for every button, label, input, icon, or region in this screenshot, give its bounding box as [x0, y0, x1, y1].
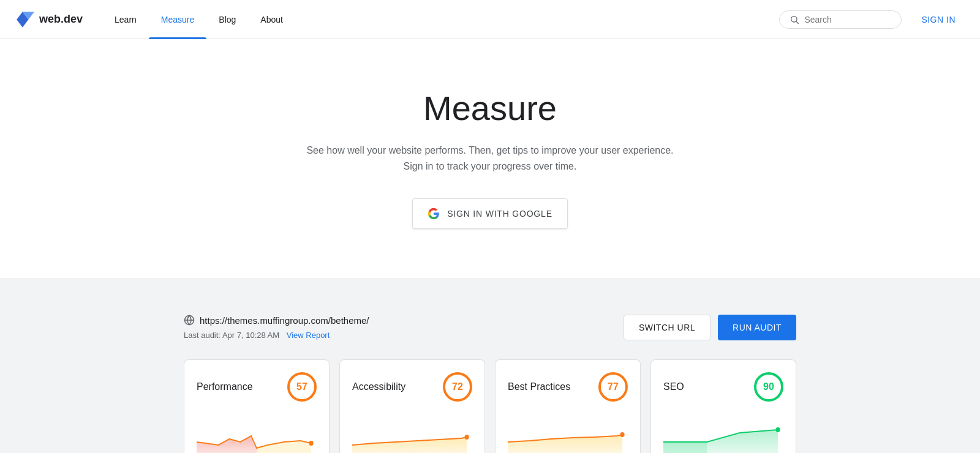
score-circle-accessibility: 72	[443, 372, 472, 402]
nav-link-measure[interactable]: Measure	[149, 0, 206, 39]
navbar: web.dev Learn Measure Blog About SIGN IN	[0, 0, 980, 39]
score-circle-seo: 90	[754, 372, 783, 402]
score-card-performance: Performance 57	[184, 359, 330, 453]
globe-icon	[184, 315, 195, 326]
score-card-best-practices: Best Practices 77	[495, 359, 641, 453]
score-value-seo: 90	[763, 381, 774, 392]
score-label-accessibility: Accessibility	[352, 381, 405, 392]
hero-title: Measure	[423, 88, 557, 128]
nav-links: Learn Measure Blog About	[102, 0, 779, 39]
run-audit-button[interactable]: RUN AUDIT	[718, 315, 796, 340]
score-card-header-accessibility: Accessibility 72	[352, 372, 472, 402]
hero-subtitle: See how well your website performs. Then…	[306, 143, 673, 174]
chart-accessibility	[352, 411, 472, 453]
score-card-seo: SEO 90	[650, 359, 796, 453]
logo-icon	[15, 10, 34, 29]
logo-text: web.dev	[39, 13, 83, 26]
audit-section: https://themes.muffingroup.com/betheme/ …	[0, 278, 980, 453]
score-circle-best-practices: 77	[598, 372, 628, 402]
google-signin-label: SIGN IN WITH GOOGLE	[447, 209, 552, 219]
audit-url-row: https://themes.muffingroup.com/betheme/	[184, 315, 369, 326]
search-box[interactable]	[779, 10, 902, 29]
svg-point-7	[465, 435, 469, 440]
score-label-seo: SEO	[663, 381, 684, 392]
svg-point-8	[620, 432, 625, 437]
score-card-header-performance: Performance 57	[197, 372, 317, 402]
logo[interactable]: web.dev	[15, 10, 83, 29]
hero-subtitle-line2: Sign in to track your progress over time…	[306, 159, 673, 174]
nav-link-blog[interactable]: Blog	[206, 0, 248, 39]
score-label-performance: Performance	[197, 381, 253, 392]
score-card-accessibility: Accessibility 72	[339, 359, 485, 453]
last-audit-label: Last audit: Apr 7, 10:28 AM	[184, 331, 279, 340]
audit-url: https://themes.muffingroup.com/betheme/	[200, 315, 369, 326]
svg-point-6	[309, 441, 314, 446]
search-icon	[790, 15, 799, 24]
audit-meta: Last audit: Apr 7, 10:28 AM View Report	[184, 331, 369, 340]
svg-point-2	[791, 16, 797, 21]
google-signin-button[interactable]: SIGN IN WITH GOOGLE	[412, 198, 568, 229]
score-label-best-practices: Best Practices	[508, 381, 570, 392]
score-value-accessibility: 72	[452, 381, 463, 392]
audit-actions: SWITCH URL RUN AUDIT	[624, 315, 796, 340]
nav-right: SIGN IN	[779, 10, 965, 29]
sign-in-button[interactable]: SIGN IN	[911, 10, 965, 29]
chart-performance	[197, 411, 317, 453]
svg-point-10	[776, 427, 780, 432]
hero-section: Measure See how well your website perfor…	[0, 39, 980, 278]
search-input[interactable]	[804, 15, 891, 24]
nav-link-about[interactable]: About	[248, 0, 295, 39]
audit-top-row: https://themes.muffingroup.com/betheme/ …	[184, 315, 796, 354]
view-report-link[interactable]: View Report	[287, 331, 330, 340]
score-value-performance: 57	[296, 381, 307, 392]
score-value-best-practices: 77	[608, 381, 619, 392]
nav-link-learn[interactable]: Learn	[102, 0, 149, 39]
chart-seo	[663, 411, 783, 453]
audit-url-info: https://themes.muffingroup.com/betheme/ …	[184, 315, 369, 354]
switch-url-button[interactable]: SWITCH URL	[624, 315, 710, 340]
score-card-header-seo: SEO 90	[663, 372, 783, 402]
score-cards: Performance 57	[184, 359, 796, 453]
score-card-header-best-practices: Best Practices 77	[508, 372, 628, 402]
hero-subtitle-line1: See how well your website performs. Then…	[306, 143, 673, 159]
score-circle-performance: 57	[287, 372, 317, 402]
chart-best-practices	[508, 411, 628, 453]
svg-line-3	[796, 21, 799, 24]
google-g-icon	[428, 208, 440, 220]
